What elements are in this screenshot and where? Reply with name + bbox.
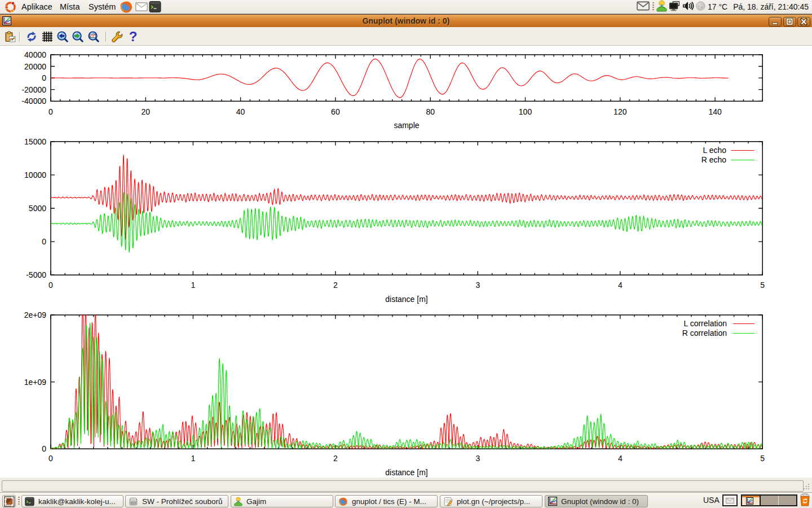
svg-text:L correlation: L correlation	[683, 319, 727, 328]
svg-text:5000: 5000	[29, 204, 46, 213]
svg-text:distance [m]: distance [m]	[385, 468, 427, 477]
svg-text:0: 0	[48, 107, 53, 116]
svg-text:-40000: -40000	[21, 97, 46, 106]
svg-text:sample: sample	[394, 121, 419, 130]
svg-text:1e+09: 1e+09	[24, 378, 47, 387]
svg-text:40: 40	[236, 107, 245, 116]
svg-text:0: 0	[48, 454, 53, 463]
svg-text:5: 5	[760, 454, 765, 463]
svg-text:2: 2	[333, 281, 338, 290]
svg-text:1: 1	[191, 281, 196, 290]
svg-text:0: 0	[42, 73, 46, 82]
svg-text:20: 20	[142, 107, 151, 116]
svg-text:-5000: -5000	[26, 270, 46, 279]
svg-text:-20000: -20000	[21, 85, 46, 94]
svg-text:80: 80	[426, 107, 435, 116]
svg-text:4: 4	[618, 454, 623, 463]
svg-text:0: 0	[42, 444, 46, 453]
svg-text:60: 60	[331, 107, 340, 116]
svg-text:0: 0	[48, 281, 53, 290]
svg-text:20000: 20000	[24, 62, 46, 71]
svg-text:R correlation: R correlation	[682, 329, 727, 338]
svg-text:3: 3	[475, 281, 480, 290]
svg-text:3: 3	[475, 454, 480, 463]
svg-text:distance [m]: distance [m]	[385, 295, 427, 304]
svg-text:120: 120	[614, 107, 627, 116]
svg-text:100: 100	[519, 107, 532, 116]
svg-text:?: ?	[129, 31, 138, 42]
svg-text:2: 2	[333, 454, 338, 463]
svg-text:10000: 10000	[24, 170, 46, 179]
svg-text:140: 140	[708, 107, 722, 116]
svg-text:L echo: L echo	[703, 146, 726, 155]
svg-text:5: 5	[760, 281, 765, 290]
svg-text:4: 4	[618, 281, 623, 290]
svg-text:R echo: R echo	[701, 155, 727, 164]
svg-text:0: 0	[42, 237, 46, 246]
svg-text:1: 1	[191, 454, 196, 463]
svg-text:15000: 15000	[24, 137, 46, 146]
svg-text:40000: 40000	[24, 50, 46, 59]
svg-text:2e+09: 2e+09	[24, 310, 47, 319]
